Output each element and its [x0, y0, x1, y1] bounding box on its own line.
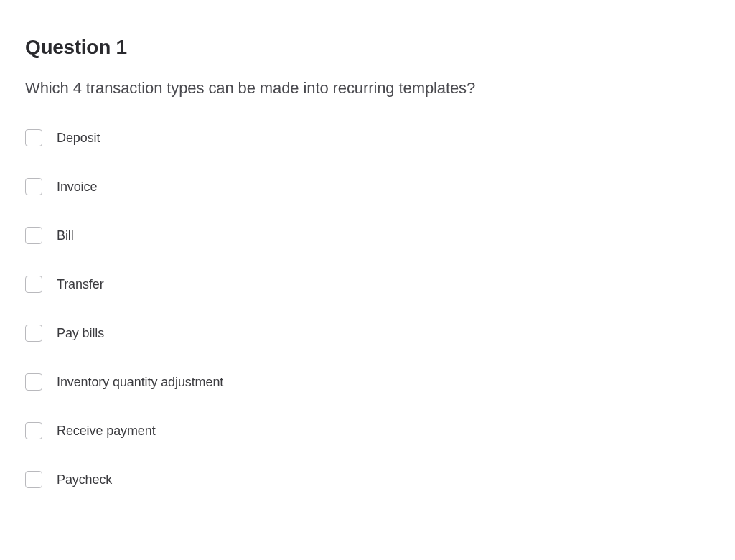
question-prompt: Which 4 transaction types can be made in…: [25, 79, 710, 98]
option-inventory-quantity-adjustment[interactable]: Inventory quantity adjustment: [25, 373, 710, 391]
checkbox-icon[interactable]: [25, 178, 42, 195]
option-deposit[interactable]: Deposit: [25, 129, 710, 146]
option-paycheck[interactable]: Paycheck: [25, 471, 710, 488]
option-label: Pay bills: [57, 326, 104, 341]
option-pay-bills[interactable]: Pay bills: [25, 325, 710, 342]
checkbox-icon[interactable]: [25, 129, 42, 146]
checkbox-icon[interactable]: [25, 471, 42, 488]
question-title: Question 1: [25, 36, 710, 59]
checkbox-icon[interactable]: [25, 276, 42, 293]
checkbox-icon[interactable]: [25, 422, 42, 439]
option-invoice[interactable]: Invoice: [25, 178, 710, 195]
checkbox-icon[interactable]: [25, 325, 42, 342]
option-label: Invoice: [57, 179, 97, 195]
option-label: Bill: [57, 228, 74, 243]
option-label: Receive payment: [57, 424, 156, 439]
checkbox-icon[interactable]: [25, 373, 42, 391]
option-transfer[interactable]: Transfer: [25, 276, 710, 293]
option-label: Inventory quantity adjustment: [57, 375, 223, 390]
option-label: Transfer: [57, 277, 104, 292]
option-label: Deposit: [57, 131, 100, 146]
option-receive-payment[interactable]: Receive payment: [25, 422, 710, 439]
options-list: Deposit Invoice Bill Transfer Pay bills …: [25, 129, 710, 488]
option-label: Paycheck: [57, 472, 112, 487]
checkbox-icon[interactable]: [25, 227, 42, 244]
option-bill[interactable]: Bill: [25, 227, 710, 244]
